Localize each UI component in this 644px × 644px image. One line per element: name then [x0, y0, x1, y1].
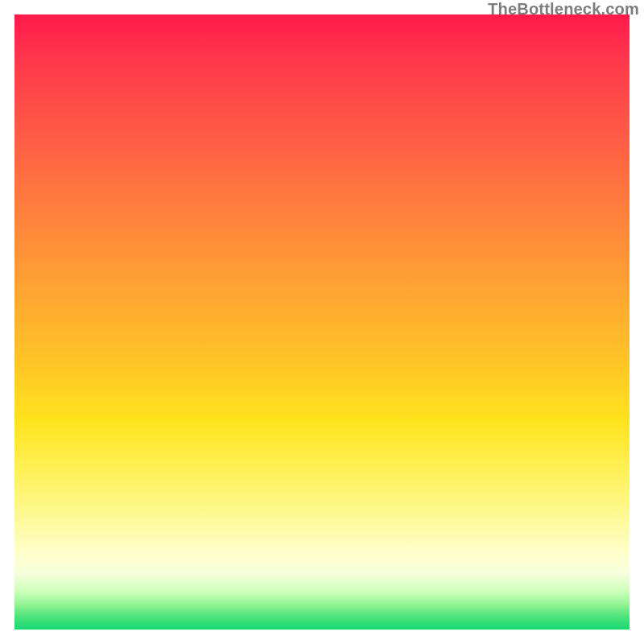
plot-area: [14, 14, 630, 630]
heat-gradient: [14, 14, 630, 630]
bottleneck-chart: TheBottleneck.com: [0, 0, 644, 644]
